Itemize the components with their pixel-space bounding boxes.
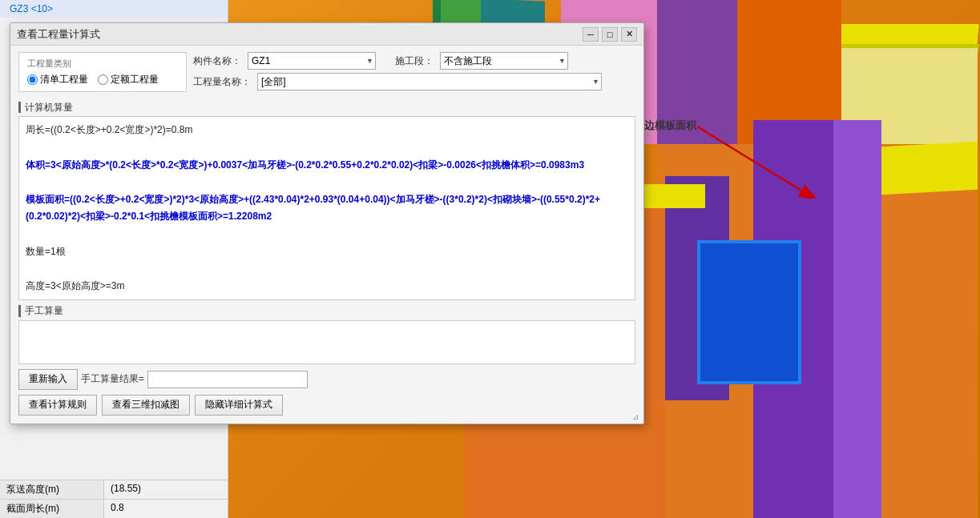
maximize-button[interactable]: □ [602, 27, 618, 42]
radio-dinge[interactable]: 定额工程量 [98, 73, 159, 86]
sidebar-item-gz3[interactable]: GZ3 <10> [0, 0, 228, 18]
hand-calc-box[interactable] [18, 320, 635, 364]
hand-result-input[interactable] [147, 371, 308, 388]
calc-line-4: 高度=3<原始高度>=3m [26, 278, 628, 295]
stage-label: 施工段： [395, 54, 434, 68]
close-button[interactable]: ✕ [621, 27, 637, 42]
hand-calc-textarea[interactable] [19, 321, 635, 363]
perimeter-row: 截面周长(m) 0.8 [0, 499, 228, 518]
quantity-label: 工程量名称： [193, 75, 251, 89]
dialog-footer: 查看计算规则 查看三维扣减图 隐藏详细计算式 [18, 395, 635, 417]
left-panel-bottom: 泵送高度(m) (18.55) 截面周长(m) 0.8 [0, 480, 228, 518]
radio-qingdan-label: 清单工程量 [40, 73, 88, 86]
pump-height-value: (18.55) [104, 480, 228, 499]
component-row: 构件名称： GZ1 ▼ 施工段： 不含施工段 ▼ [193, 52, 635, 70]
stage-select[interactable]: 不含施工段 [440, 52, 568, 70]
radio-qingdan[interactable]: 清单工程量 [27, 73, 88, 86]
radio-group: 清单工程量 定额工程量 [27, 73, 178, 86]
hide-detail-button[interactable]: 隐藏详细计算式 [195, 395, 283, 416]
calc-box[interactable]: 周长=((0.2<长度>+0.2<宽度>)*2)=0.8m 体积=3<原始高度>… [18, 116, 635, 300]
quantity-select-wrapper: [全部] ▼ [257, 73, 602, 90]
dialog-body: 工程量类别 清单工程量 定额工程量 构件名称： [10, 46, 643, 424]
radio-dinge-input[interactable] [98, 74, 108, 85]
radio-qingdan-input[interactable] [27, 74, 38, 85]
component-label: 构件名称： [193, 54, 241, 68]
calc-line-2: 模板面积=((0.2<长度>+0.2<宽度>)*2)*3<原始高度>+((2.4… [26, 191, 628, 226]
stage-select-wrapper: 不含施工段 ▼ [440, 52, 568, 70]
type-section: 工程量类别 清单工程量 定额工程量 [18, 52, 187, 92]
view-3d-deduction-button[interactable]: 查看三维扣减图 [102, 395, 190, 416]
calc-line-1: 体积=3<原始高度>*(0.2<长度>*0.2<宽度>)+0.0037<加马牙槎… [26, 157, 628, 175]
dialog: 查看工程量计算式 ─ □ ✕ 工程量类别 清单工程量 定额工程量 [10, 22, 644, 424]
dialog-titlebar: 查看工程量计算式 ─ □ ✕ [10, 23, 643, 46]
perimeter-label: 截面周长(m) [0, 500, 104, 518]
type-section-label: 工程量类别 [27, 58, 178, 70]
calc-line-0: 周长=((0.2<长度>+0.2<宽度>)*2)=0.8m [26, 122, 628, 139]
pump-height-label: 泵送高度(m) [0, 480, 104, 499]
component-select[interactable]: GZ1 [248, 52, 376, 70]
hand-calc-header: 手工算量 [18, 305, 635, 316]
bg-rect-blue [697, 240, 801, 384]
hand-result-label: 手工算量结果= [81, 372, 144, 386]
perimeter-value: 0.8 [104, 500, 228, 518]
calc-line-3: 数量=1根 [26, 243, 628, 261]
hand-result-row: 重新输入 手工算量结果= [18, 369, 635, 390]
hand-calc-section: 手工算量 [18, 305, 635, 363]
component-select-wrapper: GZ1 ▼ [248, 52, 376, 70]
reinput-button[interactable]: 重新输入 [18, 369, 78, 390]
radio-dinge-label: 定额工程量 [111, 73, 159, 86]
dialog-title: 查看工程量计算式 [17, 27, 100, 42]
minimize-button[interactable]: ─ [583, 27, 599, 42]
dialog-controls: ─ □ ✕ [583, 27, 637, 42]
calc-section: 计算机算量 周长=((0.2<长度>+0.2<宽度>)*2)=0.8m 体积=3… [18, 102, 635, 300]
bg-yellow3 [881, 142, 978, 195]
right-form: 构件名称： GZ1 ▼ 施工段： 不含施工段 ▼ [193, 52, 635, 94]
view-calc-rules-button[interactable]: 查看计算规则 [18, 395, 97, 416]
pump-height-row: 泵送高度(m) (18.55) [0, 480, 228, 499]
hand-calc-label: 手工算量 [18, 305, 63, 316]
quantity-select[interactable]: [全部] [257, 73, 602, 90]
bg-purple3 [833, 120, 881, 518]
calc-section-header: 计算机算量 [18, 102, 635, 113]
calc-section-label: 计算机算量 [18, 102, 73, 113]
quantity-row: 工程量名称： [全部] ▼ [193, 73, 635, 90]
resize-handle[interactable]: ⊿ [632, 412, 642, 422]
